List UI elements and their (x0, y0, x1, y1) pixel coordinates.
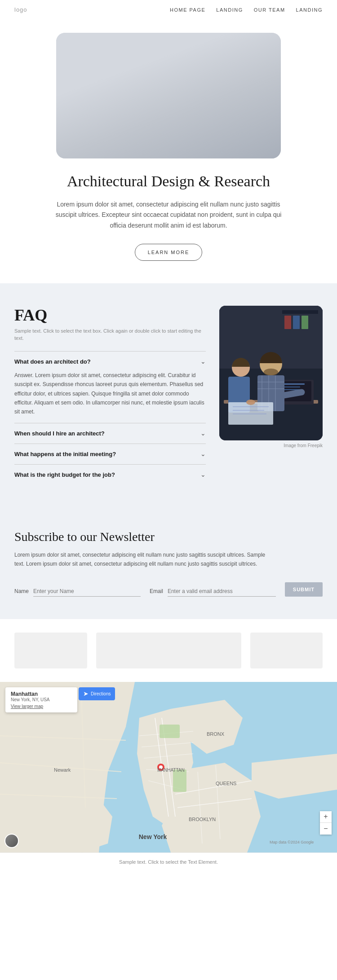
newsletter-form: Name Email SUBMIT (14, 582, 323, 597)
svg-rect-29 (284, 316, 291, 329)
hero-description: Lorem ipsum dolor sit amet, consectetur … (47, 199, 290, 231)
svg-point-25 (98, 91, 104, 96)
faq-answer-1: Answer. Lorem ipsum dolor sit amet, cons… (14, 371, 206, 417)
map-section: New York Newark BROOKLYN BRONX QUEENS MA… (0, 682, 337, 853)
faq-section: FAQ Sample text. Click to select the tex… (0, 283, 337, 507)
svg-rect-1 (79, 40, 186, 133)
newsletter-title: Subscribe to our Newsletter (14, 530, 323, 544)
svg-rect-31 (302, 316, 308, 329)
svg-rect-5 (203, 58, 210, 72)
svg-rect-24 (98, 94, 103, 100)
svg-text:QUEENS: QUEENS (216, 781, 236, 786)
faq-chevron-2: ⌄ (200, 430, 206, 437)
map-zoom-in-button[interactable]: + (320, 811, 332, 823)
map-location-address: New York, NY, USA (11, 697, 72, 702)
faq-title: FAQ (14, 306, 206, 325)
faq-image-credit: Image from Freepik (219, 443, 323, 448)
svg-point-53 (246, 400, 255, 405)
nav-home[interactable]: HOME PAGE (170, 7, 205, 13)
faq-chevron-4: ⌄ (200, 471, 206, 479)
bottom-sample-text: Sample text. Click to select the Text El… (119, 859, 218, 865)
map-zoom-out-button[interactable]: − (320, 823, 332, 835)
map-directions-button[interactable]: ➤ Directions (79, 687, 115, 700)
svg-rect-21 (181, 77, 210, 91)
svg-text:Newark: Newark (54, 767, 71, 773)
email-input[interactable] (168, 586, 276, 597)
svg-point-15 (124, 70, 140, 85)
map-overlay-card: Manhattan New York, NY, USA View larger … (5, 687, 77, 712)
faq-question-3[interactable]: What happens at the initial meeting? ⌄ (14, 450, 206, 458)
svg-rect-0 (79, 40, 258, 133)
svg-rect-6 (212, 58, 219, 72)
map-zoom-controls: + − (320, 811, 332, 835)
directions-label: Directions (91, 691, 111, 696)
faq-question-2-text: When should I hire an architect? (14, 430, 105, 437)
map-location-title: Manhattan (11, 691, 72, 697)
hero-title: Architectural Design & Research (13, 172, 324, 191)
newsletter-description: Lorem ipsum dolor sit amet, consectetur … (14, 550, 275, 569)
svg-rect-28 (282, 310, 318, 314)
svg-rect-16 (124, 71, 140, 76)
newsletter-section: Subscribe to our Newsletter Lorem ipsum … (0, 507, 337, 619)
svg-rect-17 (124, 85, 142, 101)
faq-content: FAQ Sample text. Click to select the tex… (14, 306, 206, 485)
faq-question-4-text: What is the right budget for the job? (14, 471, 115, 478)
svg-rect-49 (228, 402, 273, 425)
nav-links: HOME PAGE LANDING OUR TEAM LANDING (170, 7, 323, 13)
footer-col-1 (14, 633, 87, 668)
faq-question-1-text: What does an architect do? (14, 358, 91, 365)
svg-text:MANHATTAN: MANHATTAN (157, 768, 185, 773)
svg-rect-30 (293, 316, 300, 329)
svg-rect-71 (173, 769, 186, 792)
svg-rect-20 (179, 79, 200, 100)
nav-landing-1[interactable]: LANDING (216, 7, 243, 13)
svg-text:BROOKLYN: BROOKLYN (189, 817, 216, 822)
faq-chevron-1: ⌄ (200, 358, 206, 365)
hero-image (56, 33, 281, 158)
faq-question-4[interactable]: What is the right budget for the job? ⌄ (14, 471, 206, 479)
faq-right-panel: Image from Freepik (219, 306, 323, 485)
svg-text:New York: New York (139, 833, 167, 840)
faq-question-3-text: What happens at the initial meeting? (14, 451, 116, 457)
svg-text:Map data ©2024 Google: Map data ©2024 Google (270, 840, 314, 844)
submit-button[interactable]: SUBMIT (285, 582, 323, 597)
svg-rect-3 (190, 51, 255, 56)
svg-rect-10 (208, 100, 211, 122)
navigation: logo HOME PAGE LANDING OUR TEAM LANDING (0, 0, 337, 19)
faq-item-4: What is the right budget for the job? ⌄ (14, 464, 206, 485)
faq-question-2[interactable]: When should I hire an architect? ⌄ (14, 430, 206, 437)
nav-landing-2[interactable]: LANDING (296, 7, 323, 13)
faq-image (219, 306, 323, 440)
hero-image-wrapper (56, 33, 281, 158)
svg-rect-70 (160, 725, 180, 738)
name-input[interactable] (33, 586, 141, 597)
svg-point-18 (182, 62, 198, 78)
faq-question-1[interactable]: What does an architect do? ⌄ (14, 358, 206, 365)
email-field-group: Email (150, 586, 276, 597)
faq-item-3: What happens at the initial meeting? ⌄ (14, 444, 206, 464)
svg-point-39 (264, 369, 278, 376)
faq-sample-text: Sample text. Click to select the text bo… (14, 327, 206, 342)
name-field-group: Name (14, 586, 141, 597)
email-label: Email (150, 588, 163, 594)
svg-rect-19 (182, 63, 198, 68)
learn-more-button[interactable]: LEARN MORE (135, 244, 203, 261)
directions-icon: ➤ (83, 690, 89, 698)
nav-team[interactable]: OUR TEAM (254, 7, 285, 13)
bottom-bar: Sample text. Click to select the Text El… (0, 853, 337, 870)
map-avatar (4, 834, 19, 848)
svg-rect-7 (221, 58, 228, 72)
svg-point-23 (89, 88, 97, 95)
svg-rect-11 (107, 87, 179, 99)
map-view-larger[interactable]: View larger map (11, 704, 72, 709)
faq-chevron-3: ⌄ (200, 450, 206, 458)
faq-item-1: What does an architect do? ⌄ Answer. Lor… (14, 351, 206, 423)
hero-section: Architectural Design & Research Lorem ip… (0, 19, 337, 283)
svg-rect-8 (100, 97, 222, 100)
svg-text:BRONX: BRONX (207, 731, 225, 737)
faq-item-2: When should I hire an architect? ⌄ (14, 423, 206, 444)
logo: logo (14, 6, 27, 13)
svg-rect-2 (186, 40, 258, 133)
name-label: Name (14, 588, 29, 594)
svg-rect-9 (107, 100, 110, 122)
